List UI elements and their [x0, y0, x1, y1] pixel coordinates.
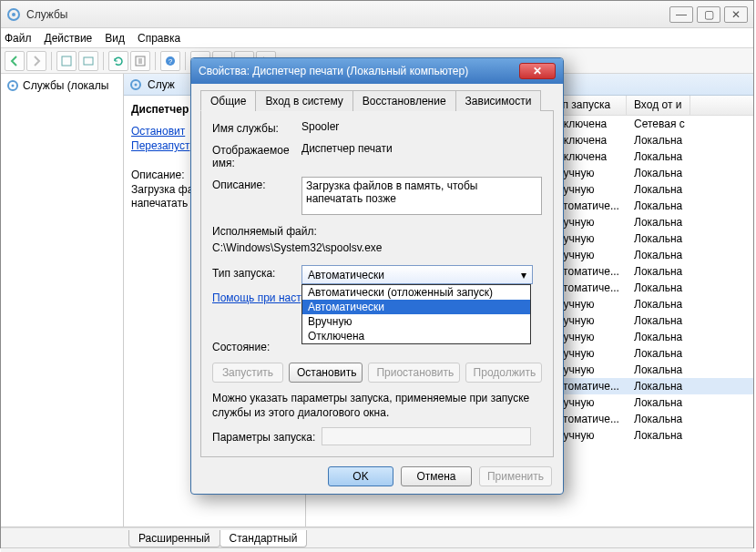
apply-button[interactable]: Применить [479, 466, 552, 486]
cell-logon: Локальна [627, 347, 690, 360]
gear-icon [6, 79, 19, 92]
option-manual[interactable]: Вручную [302, 314, 530, 329]
services-main-window: Службы — ▢ ✕ Файл Действие Вид Справка ? [0, 0, 754, 548]
maximize-button[interactable]: ▢ [697, 6, 720, 23]
cell-logon: Локальна [627, 134, 690, 147]
cell-logon: Локальна [627, 150, 690, 163]
cell-logon: Локальна [627, 232, 690, 245]
dialog-title: Свойства: Диспетчер печати (Локальный ко… [199, 65, 519, 77]
start-button[interactable]: Запустить [212, 363, 283, 383]
stop-button[interactable]: Остановить [289, 363, 363, 383]
tab-recovery[interactable]: Восстановление [352, 90, 456, 111]
startup-params-note: Можно указать параметры запуска, применя… [212, 392, 542, 420]
bottom-tabs: Расширенный Стандартный [1, 527, 753, 547]
ok-button[interactable]: OK [328, 466, 393, 486]
startup-type-label: Тип запуска: [212, 265, 301, 280]
desc-text: Загрузка фа напечатать [131, 183, 193, 210]
params-input[interactable] [322, 427, 531, 445]
svg-text:?: ? [169, 57, 173, 66]
tab-dependencies[interactable]: Зависимости [455, 90, 542, 111]
close-icon: ✕ [533, 65, 542, 77]
state-label: Состояние: [212, 339, 301, 353]
cell-logon: Локальна [627, 396, 690, 409]
cell-logon: Локальна [627, 183, 690, 196]
svg-rect-2 [62, 56, 71, 66]
col-logon[interactable]: Вход от и [627, 96, 690, 115]
startup-type-dropdown: Автоматически (отложенный запуск) Автома… [301, 284, 531, 344]
menu-help[interactable]: Справка [138, 32, 180, 45]
close-button[interactable]: ✕ [724, 6, 748, 23]
menu-view[interactable]: Вид [105, 32, 125, 45]
cancel-button[interactable]: Отмена [401, 466, 472, 486]
startup-type-selected: Автоматически [308, 269, 384, 281]
help-button[interactable]: ? [160, 51, 180, 71]
service-name-label: Имя службы: [212, 120, 301, 135]
menu-file[interactable]: Файл [5, 32, 32, 45]
tab-standard[interactable]: Стандартный [220, 530, 308, 547]
cell-logon: Локальна [627, 429, 690, 442]
cell-logon: Локальна [627, 216, 690, 229]
startup-type-combobox[interactable]: Автоматически ▾ Автоматически (отложенны… [301, 265, 533, 284]
option-auto-delayed[interactable]: Автоматически (отложенный запуск) [302, 285, 530, 300]
cell-logon: Локальна [627, 167, 690, 179]
cell-logon: Локальна [627, 331, 690, 343]
toolbar-button-2[interactable] [78, 51, 98, 71]
cell-logon: Локальна [627, 265, 690, 278]
display-name-value: Диспетчер печати [301, 142, 542, 155]
option-auto[interactable]: Автоматически [302, 300, 530, 314]
svg-point-1 [12, 13, 15, 16]
pause-button[interactable]: Приостановить [368, 363, 459, 383]
description-label: Описание: [212, 177, 301, 191]
params-label: Параметры запуска: [212, 429, 322, 444]
desc-label: Описание: [131, 169, 185, 181]
service-properties-dialog: Свойства: Диспетчер печати (Локальный ко… [190, 57, 564, 495]
display-name-label: Отображаемое имя: [212, 142, 301, 169]
services-icon [6, 7, 21, 22]
cell-logon: Локальна [627, 199, 690, 212]
export-button[interactable] [130, 51, 150, 71]
tab-general[interactable]: Общие [200, 90, 256, 111]
chevron-down-icon: ▾ [521, 269, 526, 281]
cell-logon: Локальна [627, 281, 690, 294]
back-button[interactable] [5, 51, 25, 71]
gear-icon [129, 78, 142, 91]
executable-label: Исполняемый файл: [212, 225, 542, 238]
minimize-button[interactable]: — [669, 6, 693, 23]
executable-path: C:\Windows\System32\spoolsv.exe [212, 241, 542, 254]
tab-logon[interactable]: Вход в систему [255, 90, 352, 111]
toolbar-button-1[interactable] [56, 51, 77, 71]
cell-logon: Локальна [627, 413, 690, 425]
resume-button[interactable]: Продолжить [465, 363, 542, 383]
cell-logon: Сетевая с [627, 118, 690, 130]
tree-item-label: Службы (локалы [23, 79, 108, 92]
option-disabled[interactable]: Отключена [302, 329, 530, 343]
menubar: Файл Действие Вид Справка [1, 28, 753, 48]
cell-logon: Локальна [627, 363, 690, 376]
inner-header-title: Служ [148, 78, 175, 91]
tree-item-services[interactable]: Службы (локалы [3, 77, 121, 94]
forward-button[interactable] [26, 51, 46, 71]
menu-action[interactable]: Действие [45, 32, 93, 45]
cell-logon: Локальна [627, 314, 690, 327]
dialog-close-button[interactable]: ✕ [519, 63, 556, 79]
tab-extended[interactable]: Расширенный [128, 530, 220, 547]
refresh-button[interactable] [108, 51, 128, 71]
cell-logon: Локальна [627, 249, 690, 261]
svg-point-12 [12, 85, 15, 87]
service-name-value: Spooler [301, 120, 542, 133]
dialog-titlebar[interactable]: Свойства: Диспетчер печати (Локальный ко… [191, 58, 563, 84]
cell-logon: Локальна [627, 380, 690, 393]
tree-pane: Службы (локалы [1, 74, 124, 526]
window-title: Службы [26, 8, 669, 21]
startup-help-link[interactable]: Помощь при настр [212, 291, 307, 304]
cell-logon: Локальна [627, 298, 690, 311]
svg-point-14 [135, 83, 138, 86]
statusbar [1, 547, 753, 552]
svg-rect-3 [84, 57, 93, 65]
description-textarea[interactable] [301, 177, 542, 215]
titlebar[interactable]: Службы — ▢ ✕ [1, 1, 753, 28]
